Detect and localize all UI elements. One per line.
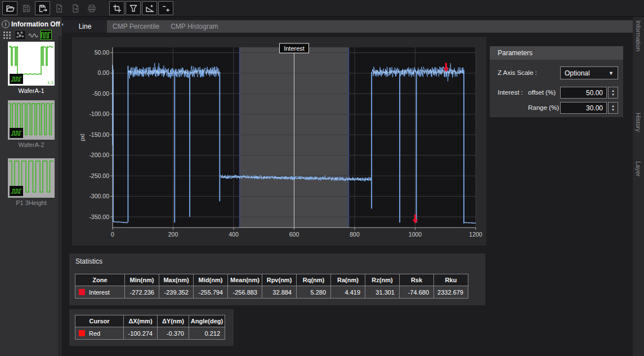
view-wave-button[interactable] (28, 30, 39, 40)
value-cell: -255.794 (194, 286, 228, 299)
sidebar-item-p1-3height[interactable]: P1 3Height (8, 158, 55, 206)
color-swatch (79, 289, 85, 295)
column-header: Cursor (75, 315, 124, 327)
spin-down-icon[interactable]: ▼ (611, 108, 615, 112)
cursor-panel: CursorΔX(mm)ΔY(nm)Angle(deg)Red-100.274-… (69, 309, 234, 346)
save-export-icon (38, 4, 47, 13)
slope-level-icon (145, 4, 154, 13)
offset-input[interactable] (560, 87, 607, 99)
thumbnail-label: WaferA-1 (8, 87, 55, 94)
line-chart[interactable]: 50.000.00-50.00-100.00-150.00-200.00-250… (72, 37, 486, 246)
profile-badge-icon (10, 74, 23, 84)
toolbar (0, 0, 644, 17)
statistics-title: Statistics (69, 253, 485, 265)
z-axis-scale-dropdown[interactable]: Optional ▼ (560, 66, 618, 79)
new-document-icon (55, 4, 64, 13)
side-tab-information[interactable]: Information (635, 20, 642, 51)
column-header: Mid(nm) (194, 274, 228, 286)
view-grid-button[interactable] (2, 30, 13, 40)
right-tab-strip: InformationHistoryLayer (633, 17, 644, 356)
value-cell: 32.884 (262, 286, 297, 299)
spin-up-icon[interactable]: ▲ (611, 104, 615, 108)
value-cell: 4.419 (331, 286, 365, 299)
y-axis-title: pxl (79, 134, 86, 141)
x-tick-label: 400 (229, 231, 239, 238)
interest-label: Interest : (498, 89, 523, 96)
column-header: Zone (75, 274, 125, 286)
column-header: Mean(nm) (228, 274, 262, 286)
offset-stepper[interactable]: ▲▼ (608, 87, 618, 99)
tab-line[interactable]: Line (63, 20, 107, 33)
parameters-panel: Parameters Z Axis Scale : Optional ▼ Int… (490, 46, 623, 117)
y-tick-label: -200.00 (89, 152, 109, 158)
profile-badge-icon (10, 128, 23, 138)
column-header: ΔX(mm) (124, 315, 158, 327)
tab-cmp-histogram[interactable]: CMP Histogram (165, 20, 223, 33)
statistics-table-holder: ZoneMin(nm)Max(nm)Mid(nm)Mean(nm)Rpv(nm)… (75, 274, 468, 299)
info-icon: i (2, 20, 10, 28)
view-die-map-button[interactable] (15, 30, 26, 40)
spin-down-icon[interactable]: ▼ (611, 93, 615, 96)
x-tick-label: 1000 (409, 231, 422, 238)
offset-label: offset (%) (528, 89, 556, 96)
column-header: ΔY(nm) (158, 315, 189, 327)
view-profile-button[interactable] (41, 30, 52, 40)
side-tab-layer[interactable]: Layer (635, 161, 642, 177)
column-header: Min(nm) (125, 274, 159, 286)
save-export-button[interactable] (35, 1, 50, 15)
app-window: { "toolbar": { "buttons": [ {"icon": "op… (0, 0, 644, 356)
chevron-down-icon: ▼ (609, 70, 614, 76)
thumbnail-version: 1.1 (47, 80, 53, 85)
slope-level-button[interactable] (142, 1, 157, 15)
x-tick-label: 0 (111, 231, 114, 238)
thumbnail-image[interactable] (8, 158, 55, 198)
wave-icon (28, 30, 38, 40)
value-cell: 2332.679 (434, 286, 468, 299)
crop-icon (113, 4, 122, 13)
step-height-button[interactable] (158, 1, 173, 15)
print-button (84, 1, 99, 15)
thumbnail-image[interactable] (8, 100, 55, 140)
x-tick-label: 800 (350, 231, 360, 238)
crop-button[interactable] (109, 1, 124, 15)
value-cell: -272.236 (125, 286, 159, 299)
funnel-icon (129, 4, 138, 13)
save-button (19, 1, 34, 15)
y-tick-label: -250.00 (89, 172, 109, 179)
tab-strip: LineCMP PercentileCMP Histogram (63, 20, 633, 33)
open-folder-button[interactable] (2, 1, 17, 15)
sidebar-header: i Information Off « (0, 17, 62, 29)
range-stepper[interactable]: ▲▼ (608, 102, 618, 114)
tab-cmp-percentile[interactable]: CMP Percentile (107, 20, 165, 33)
spin-up-icon[interactable]: ▲ (611, 89, 615, 92)
grid-icon (2, 30, 12, 40)
statistics-panel: Statistics ZoneMin(nm)Max(nm)Mid(nm)Mean… (69, 253, 485, 305)
cursor-arrow-stem (445, 63, 447, 69)
sidebar-item-wafera-2[interactable]: WaferA-2 (8, 100, 55, 148)
value-cell: -100.274 (124, 327, 158, 340)
column-header: Max(nm) (159, 274, 194, 286)
funnel-button[interactable] (126, 1, 141, 15)
value-cell: -74.680 (400, 286, 434, 299)
interest-label: Interest (284, 45, 305, 52)
statistics-table: ZoneMin(nm)Max(nm)Mid(nm)Mean(nm)Rpv(nm)… (75, 274, 468, 299)
thumbnail-image[interactable]: 1.1 (8, 42, 55, 86)
y-tick-label: -50.00 (92, 90, 109, 97)
table-row[interactable]: Interest-272.236-239.352-255.794-256.883… (75, 286, 468, 299)
z-axis-scale-value: Optional (565, 69, 590, 77)
sidebar-title: Information Off (11, 20, 60, 28)
thumbnail-label: WaferA-2 (8, 141, 55, 148)
table-row[interactable]: Red-100.274-0.3700.212 (75, 327, 225, 340)
parameters-header: Parameters (490, 46, 623, 60)
range-input[interactable] (560, 102, 607, 114)
y-tick-label: 50.00 (95, 49, 109, 56)
line-chart-panel: 50.000.00-50.00-100.00-150.00-200.00-250… (72, 37, 486, 246)
sidebar-scrollbar[interactable] (58, 36, 62, 356)
cursor-arrow-stem (414, 215, 416, 220)
side-tab-history[interactable]: History (635, 113, 642, 132)
column-header: Angle(deg) (189, 315, 225, 327)
y-tick-label: 0.00 (98, 69, 110, 76)
profile-badge-icon (10, 186, 23, 196)
cursor-name-cell: Red (75, 327, 124, 340)
sidebar-item-wafera-1[interactable]: 1.1WaferA-1 (8, 42, 55, 94)
